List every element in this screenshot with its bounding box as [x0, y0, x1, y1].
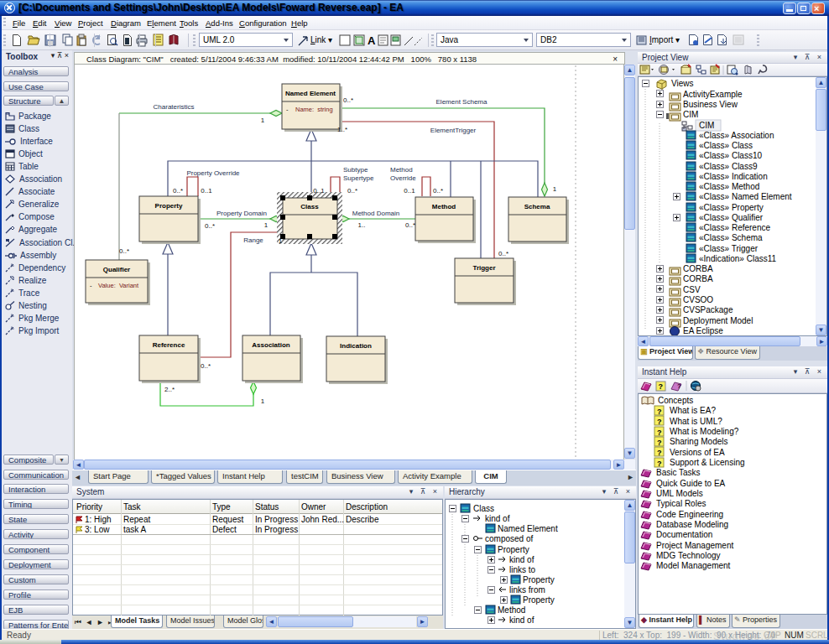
svg-text:1: 1: [553, 185, 557, 193]
svg-text:«Class» Class: «Class» Class: [699, 141, 753, 150]
svg-text:«Indication» Class11: «Indication» Class11: [699, 254, 777, 263]
svg-text:Method: Method: [498, 605, 525, 615]
svg-text:0..*: 0..*: [433, 187, 443, 195]
svg-text:Method: Method: [390, 166, 413, 174]
svg-text:kind of: kind of: [509, 555, 534, 564]
svg-text:Reference: Reference: [153, 341, 185, 349]
svg-text:Element Schema: Element Schema: [436, 98, 487, 106]
svg-text:«Class» Qualifier: «Class» Qualifier: [699, 213, 764, 222]
svg-text:«Class» Method: «Class» Method: [699, 182, 759, 191]
svg-text:2..*: 2..*: [164, 386, 175, 393]
svg-text:1..*: 1..*: [337, 126, 347, 133]
svg-text:ActivityExample: ActivityExample: [683, 90, 743, 99]
svg-text:composed of: composed of: [485, 534, 533, 543]
svg-text:Property Override: Property Override: [186, 169, 240, 177]
svg-text:Versions of EA: Versions of EA: [670, 448, 725, 457]
svg-text:«Class» Reference: «Class» Reference: [699, 223, 770, 232]
svg-text:What is Modeling?: What is Modeling?: [670, 427, 739, 436]
svg-text:0..*: 0..*: [347, 187, 357, 195]
svg-text:1..: 1..: [358, 221, 366, 229]
svg-text:0..*: 0..*: [343, 96, 353, 104]
svg-text:Supertype: Supertype: [343, 174, 374, 182]
svg-text:1: 1: [261, 117, 265, 124]
svg-text:Code Engineering: Code Engineering: [656, 510, 723, 519]
svg-text:Project Management: Project Management: [656, 541, 733, 550]
svg-text:ElementTrigger: ElementTrigger: [430, 127, 477, 134]
svg-text:Override: Override: [390, 174, 416, 182]
svg-text:Basic Tasks: Basic Tasks: [656, 468, 701, 477]
svg-text:Sharing Models: Sharing Models: [670, 437, 727, 446]
svg-text:Views: Views: [671, 79, 694, 88]
svg-text:1: 1: [264, 221, 269, 229]
svg-text:Deployment Model: Deployment Model: [683, 316, 753, 325]
svg-text:Property: Property: [498, 545, 529, 554]
svg-text:0..*: 0..*: [405, 221, 415, 229]
svg-text:Method: Method: [432, 203, 456, 210]
svg-text:EA Eclipse: EA Eclipse: [683, 326, 723, 335]
svg-text:Named Element: Named Element: [498, 524, 558, 533]
svg-text:Concepts: Concepts: [658, 396, 693, 405]
svg-text:Charateristics: Charateristics: [154, 103, 195, 111]
svg-text:UML Models: UML Models: [656, 489, 703, 498]
svg-text:links to: links to: [509, 565, 536, 574]
svg-text:«Class» Association: «Class» Association: [699, 131, 774, 140]
svg-text:Support & Licensing: Support & Licensing: [670, 458, 745, 467]
svg-text:Named Element: Named Element: [285, 90, 336, 97]
svg-text:kind of: kind of: [485, 514, 510, 523]
svg-text:Name: string: Name: string: [295, 106, 333, 113]
svg-text:Property: Property: [523, 595, 555, 605]
svg-text:Property: Property: [155, 202, 183, 210]
svg-text:A: A: [368, 34, 376, 47]
svg-text:Indication: Indication: [340, 342, 372, 350]
svg-text:CIM: CIM: [699, 121, 714, 130]
svg-text:1: 1: [279, 237, 283, 245]
svg-text:0..1: 0..1: [404, 187, 415, 195]
svg-text:0..*: 0..*: [201, 362, 211, 370]
svg-text:CVSOO: CVSOO: [683, 295, 713, 304]
svg-text:?: ?: [659, 382, 664, 391]
svg-text:0..*: 0..*: [119, 247, 129, 255]
svg-text:0..1: 0..1: [201, 187, 212, 195]
svg-text:CSV: CSV: [683, 285, 701, 294]
svg-text:Association: Association: [252, 341, 289, 349]
svg-text:«Class» Trigger: «Class» Trigger: [699, 244, 759, 253]
svg-text:?: ?: [677, 382, 681, 390]
svg-text:«Class» Class9: «Class» Class9: [699, 162, 758, 171]
svg-text:Qualifier: Qualifier: [103, 266, 130, 273]
svg-text:Database Modeling: Database Modeling: [656, 520, 728, 529]
svg-text:What is UML?: What is UML?: [670, 417, 722, 426]
svg-text:0..*: 0..*: [498, 250, 508, 257]
svg-text:Quick Guide to EA: Quick Guide to EA: [656, 479, 726, 488]
svg-text:1: 1: [261, 397, 265, 405]
svg-text:Model Management: Model Management: [656, 561, 731, 570]
svg-text:Documentation: Documentation: [656, 530, 712, 539]
svg-text:CVSPackage: CVSPackage: [683, 305, 733, 314]
svg-text:Class: Class: [473, 504, 494, 513]
svg-text:Property Domain: Property Domain: [216, 210, 267, 217]
svg-text:Method Domain: Method Domain: [352, 210, 399, 217]
svg-text:Value: Variant: Value: Variant: [98, 282, 139, 289]
svg-text:«Class» Class10: «Class» Class10: [699, 151, 762, 160]
svg-text:«Class» Named Element: «Class» Named Element: [699, 192, 792, 201]
svg-text:Range: Range: [243, 236, 263, 244]
svg-text:0..*: 0..*: [173, 187, 183, 195]
svg-text:«Class» Indication: «Class» Indication: [699, 172, 768, 181]
svg-text:CIM: CIM: [683, 110, 698, 119]
svg-text:«Class» Schema: «Class» Schema: [699, 233, 763, 242]
svg-text:kind of: kind of: [509, 615, 534, 625]
svg-text:links from: links from: [509, 585, 545, 595]
svg-text:Class: Class: [300, 203, 319, 210]
svg-text:Schema: Schema: [524, 203, 550, 210]
svg-text:Typical Roles: Typical Roles: [656, 499, 706, 508]
svg-text:Property: Property: [523, 575, 555, 584]
svg-text:0..1: 0..1: [313, 187, 325, 195]
svg-text:«Class» Property: «Class» Property: [699, 203, 764, 212]
svg-text:Subtype: Subtype: [343, 166, 368, 174]
svg-text:CORBA: CORBA: [683, 264, 713, 273]
svg-text:What is EA?: What is EA?: [670, 406, 716, 415]
svg-text:Business View: Business View: [683, 100, 738, 109]
svg-text:0..*: 0..*: [205, 222, 215, 230]
svg-text:CORBA: CORBA: [683, 274, 713, 283]
svg-text:Trigger: Trigger: [472, 264, 495, 272]
svg-text:MDG Technology: MDG Technology: [656, 551, 721, 560]
